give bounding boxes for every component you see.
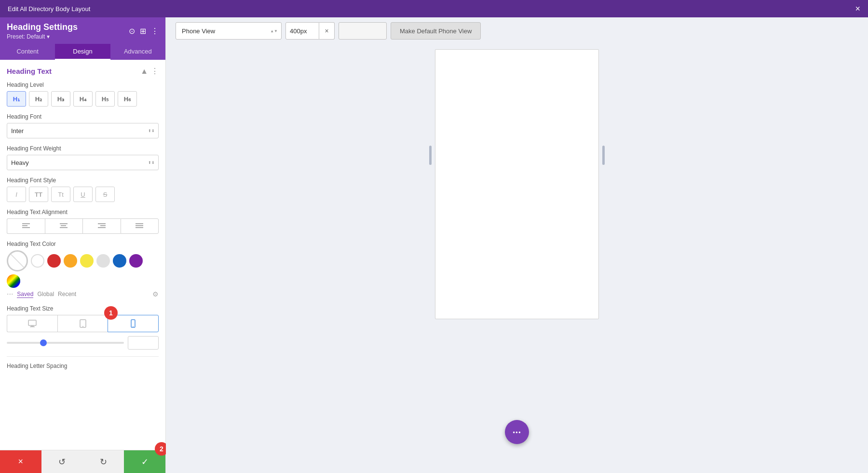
color-blue[interactable]: [113, 254, 126, 268]
color-tab-global[interactable]: Global: [37, 291, 54, 297]
save-icon: ✓: [141, 457, 149, 467]
heading-font-select[interactable]: Inter: [7, 123, 159, 138]
collapse-icon[interactable]: ▲: [140, 67, 148, 76]
color-red[interactable]: [47, 254, 61, 268]
section-header: Heading Text ▲ ⋮: [7, 67, 159, 76]
heading-level-h2[interactable]: H₂: [29, 91, 48, 107]
cancel-button[interactable]: ×: [0, 450, 41, 473]
color-white[interactable]: [31, 254, 44, 268]
make-default-phone-view-button[interactable]: Make Default Phone View: [391, 22, 481, 40]
align-justify[interactable]: [121, 218, 159, 234]
sidebar: Heading Settings Preset: Default ▾ ⊙ ⊞ ⋮…: [0, 17, 166, 473]
fab-button[interactable]: ●●●: [505, 420, 529, 444]
svg-rect-0: [22, 223, 30, 224]
width-input[interactable]: [285, 22, 319, 40]
sidebar-icon-display[interactable]: ⊙: [129, 27, 135, 36]
sidebar-header: Heading Settings Preset: Default ▾ ⊙ ⊞ ⋮: [0, 17, 165, 44]
section-actions: ▲ ⋮: [140, 67, 159, 76]
color-purple[interactable]: [129, 254, 143, 268]
cancel-icon: ×: [18, 457, 24, 467]
color-swatches: [7, 250, 159, 288]
tab-content[interactable]: Content: [0, 44, 55, 60]
svg-rect-2: [22, 227, 30, 228]
undo-button[interactable]: ↺: [41, 450, 83, 473]
heading-levels: H₁ H₂ H₃ H₄ H₅ H₆: [7, 91, 159, 107]
sidebar-preset[interactable]: Preset: Default ▾: [7, 33, 78, 40]
svg-rect-1: [22, 225, 27, 226]
bottom-toolbar: × ↺ ↻ ✓ 2: [0, 450, 165, 473]
size-device-btns: [7, 315, 159, 332]
color-tab-recent[interactable]: Recent: [58, 291, 76, 297]
width-close-button[interactable]: ×: [319, 22, 335, 40]
heading-font-select-wrapper: Inter: [7, 123, 159, 138]
heading-level-h1[interactable]: H₁: [7, 91, 26, 107]
color-light[interactable]: [96, 254, 110, 268]
size-row: 30px: [7, 336, 159, 350]
color-selected-swatch[interactable]: [7, 250, 28, 271]
svg-rect-6: [60, 227, 68, 228]
svg-rect-16: [28, 320, 36, 325]
font-style-underline[interactable]: U: [73, 187, 93, 202]
heading-font-weight-group: Heading Font Weight Heavy: [7, 145, 159, 170]
font-style-capitalize[interactable]: Tt: [51, 187, 70, 202]
heading-level-h5[interactable]: H₅: [95, 91, 115, 107]
color-tabs: ··· Saved Global Recent ⚙: [7, 290, 159, 298]
size-slider[interactable]: [7, 342, 124, 344]
heading-level-h4[interactable]: H₄: [73, 91, 93, 107]
svg-rect-9: [100, 225, 106, 226]
color-tab-dots[interactable]: ···: [7, 290, 13, 298]
heading-font-label: Heading Font: [7, 113, 159, 120]
sidebar-icon-more[interactable]: ⋮: [151, 27, 159, 36]
color-yellow[interactable]: [80, 254, 94, 268]
size-device-desktop[interactable]: [7, 315, 57, 332]
section-title: Heading Text: [7, 67, 52, 75]
svg-rect-12: [136, 223, 143, 224]
view-select[interactable]: Phone View Desktop View Tablet View: [176, 22, 282, 40]
sidebar-header-icons: ⊙ ⊞ ⋮: [129, 27, 159, 36]
heading-level-h6[interactable]: H₆: [118, 91, 137, 107]
sidebar-icon-columns[interactable]: ⊞: [140, 27, 146, 36]
align-left[interactable]: [7, 218, 45, 234]
svg-point-22: [133, 326, 134, 327]
heading-font-group: Heading Font Inter: [7, 113, 159, 138]
width-extra-input[interactable]: [339, 22, 387, 40]
sidebar-panel: Heading Text ▲ ⋮ Heading Level H₁ H₂ H₃ …: [0, 60, 165, 450]
heading-font-weight-label: Heading Font Weight: [7, 145, 159, 152]
svg-rect-13: [136, 225, 143, 226]
color-tab-saved[interactable]: Saved: [17, 291, 33, 298]
svg-rect-10: [98, 227, 106, 228]
resize-handle-right[interactable]: [602, 146, 605, 165]
color-orange[interactable]: [64, 254, 77, 268]
svg-rect-8: [98, 223, 106, 224]
font-style-italic[interactable]: I: [7, 187, 26, 202]
tab-design[interactable]: Design: [55, 44, 110, 60]
tab-advanced[interactable]: Advanced: [110, 44, 165, 60]
heading-level-h3[interactable]: H₃: [51, 91, 70, 107]
svg-rect-4: [60, 223, 68, 224]
size-device-tablet[interactable]: [57, 315, 108, 332]
color-settings-icon[interactable]: ⚙: [152, 290, 159, 298]
view-toolbar: Phone View Desktop View Tablet View × Ma…: [166, 17, 868, 44]
svg-rect-5: [61, 225, 66, 226]
close-icon[interactable]: ×: [855, 4, 860, 14]
color-custom[interactable]: [7, 274, 20, 288]
size-input[interactable]: 30px: [128, 336, 159, 350]
top-bar: Edit All Directory Body Layout ×: [0, 0, 868, 17]
resize-handle-left[interactable]: [429, 146, 432, 165]
sidebar-tabs: Content Design Advanced: [0, 44, 165, 60]
redo-button[interactable]: ↻: [83, 450, 124, 473]
sidebar-header-info: Heading Settings Preset: Default ▾: [7, 22, 78, 40]
font-style-uppercase[interactable]: TT: [29, 187, 48, 202]
canvas-area: Phone View Desktop View Tablet View × Ma…: [166, 17, 868, 473]
section-more-icon[interactable]: ⋮: [151, 67, 159, 76]
canvas-content: ●●●: [166, 44, 868, 473]
heading-text-color-label: Heading Text Color: [7, 241, 159, 247]
badge-1: 1: [104, 306, 118, 320]
heading-font-weight-select[interactable]: Heavy: [7, 155, 159, 170]
align-right[interactable]: [82, 218, 121, 234]
font-style-strikethrough[interactable]: S: [95, 187, 115, 202]
heading-text-alignment-label: Heading Text Alignment: [7, 209, 159, 216]
svg-point-20: [82, 326, 83, 327]
heading-text-alignment-btns: [7, 218, 159, 234]
align-center[interactable]: [45, 218, 83, 234]
